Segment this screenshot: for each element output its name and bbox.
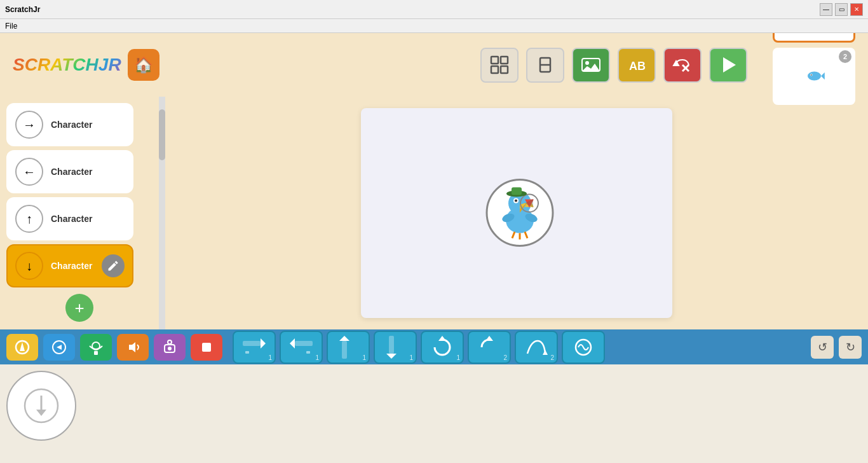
char-icon-3: ↑ <box>15 205 43 233</box>
close-button[interactable]: ✕ <box>850 3 863 16</box>
svg-rect-1 <box>501 57 508 64</box>
svg-rect-54 <box>306 351 310 354</box>
svg-rect-55 <box>342 341 347 359</box>
logo-area: SCRATCHJR 🏠 <box>13 49 159 81</box>
file-menu[interactable]: File <box>5 22 17 31</box>
char-icon-1: → <box>15 111 43 139</box>
stage-area <box>165 97 868 329</box>
svg-rect-3 <box>501 66 508 73</box>
svg-marker-12 <box>723 57 736 73</box>
block-num-6: 2 <box>503 354 507 361</box>
block-num-1: 1 <box>268 354 272 361</box>
category-looks[interactable] <box>80 334 112 361</box>
block-move-down[interactable]: 1 <box>374 331 417 364</box>
top-toolbar: SCRATCHJR 🏠 <box>0 33 868 97</box>
block-move-right[interactable]: 1 <box>233 331 276 364</box>
svg-rect-51 <box>245 351 249 354</box>
svg-point-7 <box>585 61 589 65</box>
bottom-undo-button[interactable]: ↺ <box>811 336 834 359</box>
window-title: ScratchJr <box>5 5 40 14</box>
svg-rect-48 <box>202 343 211 352</box>
category-control[interactable] <box>154 334 186 361</box>
text-button[interactable]: AB <box>618 48 656 83</box>
char-name-3: Character <box>51 214 92 224</box>
char-edit-button[interactable] <box>102 254 125 277</box>
svg-rect-37 <box>512 188 522 195</box>
page-2-preview <box>803 65 825 87</box>
image-button[interactable] <box>572 48 610 83</box>
block-toolbar: 1 1 1 <box>0 329 868 364</box>
svg-rect-49 <box>243 341 261 346</box>
window-controls: — ▭ ✕ <box>820 3 863 16</box>
block-move-left[interactable]: 1 <box>280 331 323 364</box>
svg-marker-59 <box>438 336 446 341</box>
char-item-1[interactable]: → Character <box>6 103 133 146</box>
block-num-4: 1 <box>409 354 413 361</box>
char-item-2[interactable]: ← Character <box>6 150 133 193</box>
add-char-button[interactable]: + <box>65 294 93 322</box>
bottom-redo-button[interactable]: ↻ <box>839 336 862 359</box>
svg-point-45 <box>168 347 172 350</box>
char-panel-container: → Character ← Character ↑ Character ↓ Ch… <box>0 97 165 329</box>
char-scrollbar-thumb <box>159 109 165 160</box>
dropped-block <box>6 371 76 441</box>
block-num-2: 1 <box>315 354 319 361</box>
svg-marker-50 <box>261 338 266 349</box>
page-2-thumb[interactable]: 2 <box>773 48 855 105</box>
category-motion[interactable] <box>43 334 75 361</box>
block-num-5: 1 <box>456 354 460 361</box>
title-bar: ScratchJr — ▭ ✕ <box>0 0 868 19</box>
svg-marker-56 <box>339 336 349 341</box>
code-blocks-row: 1 1 1 <box>227 331 806 364</box>
svg-rect-0 <box>491 57 498 64</box>
char-item-4[interactable]: ↓ Character <box>6 244 133 287</box>
char-panel: → Character ← Character ↑ Character ↓ Ch… <box>0 97 159 329</box>
block-jump[interactable] <box>562 331 605 364</box>
svg-marker-60 <box>485 336 493 341</box>
run-button[interactable] <box>709 48 747 83</box>
fullscreen-button[interactable] <box>480 48 519 83</box>
app-container: SCRATCHJR 🏠 <box>0 33 868 463</box>
svg-marker-61 <box>543 350 548 355</box>
block-move-up[interactable]: 1 <box>327 331 370 364</box>
minimize-button[interactable]: — <box>820 3 832 16</box>
undo-redo-area: ↺ ↻ <box>811 336 862 359</box>
svg-point-19 <box>810 74 811 76</box>
undo-button[interactable] <box>663 48 702 83</box>
svg-marker-65 <box>36 410 46 416</box>
logo: SCRATCHJR <box>13 55 121 75</box>
script-area[interactable] <box>0 364 868 463</box>
stage[interactable] <box>361 108 672 318</box>
svg-rect-57 <box>389 336 394 354</box>
maximize-button[interactable]: ▭ <box>835 3 848 16</box>
home-button[interactable]: 🏠 <box>128 49 159 81</box>
menu-bar: File <box>0 19 868 33</box>
svg-marker-41 <box>57 345 62 350</box>
page-2-num: 2 <box>839 50 851 63</box>
svg-point-16 <box>808 72 821 81</box>
svg-marker-53 <box>290 338 295 349</box>
bottom-area: 1 1 1 <box>0 329 868 463</box>
block-num-7: 2 <box>550 354 554 361</box>
category-trigger[interactable] <box>6 334 38 361</box>
block-spin-left[interactable]: 2 <box>468 331 511 364</box>
char-item-3[interactable]: ↑ Character <box>6 197 133 240</box>
category-end[interactable] <box>191 334 222 361</box>
char-icon-4: ↓ <box>15 252 43 280</box>
svg-text:AB: AB <box>629 60 646 73</box>
category-sound[interactable] <box>117 334 149 361</box>
stage-character[interactable] <box>482 175 552 245</box>
block-spin-right[interactable]: 1 <box>421 331 464 364</box>
svg-rect-43 <box>94 351 98 355</box>
svg-rect-52 <box>295 341 313 346</box>
char-name-1: Character <box>51 120 92 130</box>
char-name-2: Character <box>51 167 92 177</box>
block-num-3: 1 <box>362 354 366 361</box>
toolbar-center: AB <box>480 48 747 83</box>
char-scrollbar[interactable] <box>159 97 165 329</box>
half-screen-button[interactable] <box>526 48 564 83</box>
svg-point-26 <box>515 200 517 202</box>
svg-marker-58 <box>386 354 397 359</box>
block-hop[interactable]: 2 <box>515 331 558 364</box>
page-1-thumb[interactable]: 1 <box>773 33 855 43</box>
